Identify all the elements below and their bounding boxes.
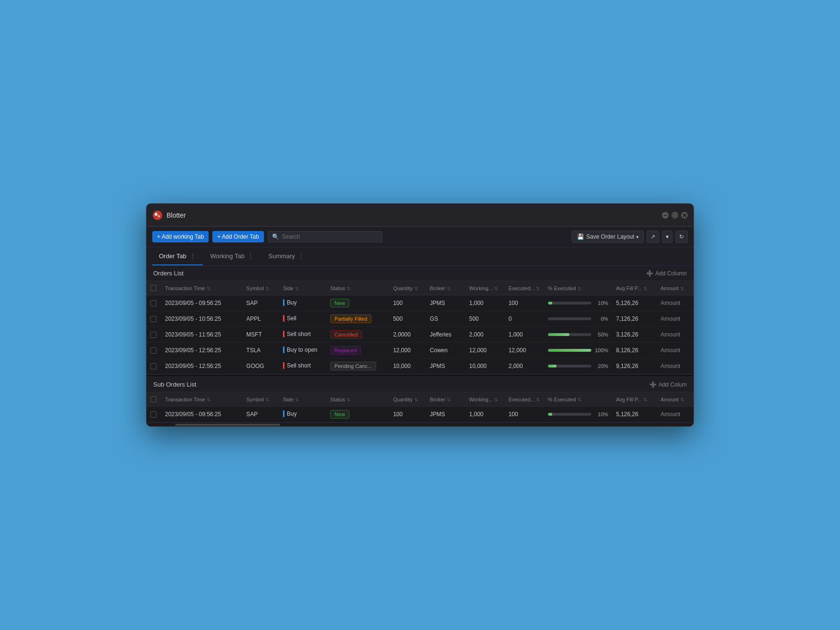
row-broker: JPMS: [426, 358, 465, 374]
tab-order-tab[interactable]: Order Tab ⋮: [152, 247, 203, 265]
row-checkbox-3[interactable]: [150, 347, 157, 354]
sub-sort-amount-icon: ⇅: [680, 397, 684, 402]
side-bar-icon: [283, 410, 284, 417]
sort-broker-icon: ⇅: [447, 286, 451, 291]
sub-col-executed[interactable]: Executed...⇅: [504, 392, 544, 407]
progress-bar-fill: [548, 333, 569, 336]
progress-wrap: 0%: [548, 316, 609, 322]
col-working[interactable]: Working...⇅: [465, 281, 504, 295]
row-pct: 20%: [544, 358, 612, 374]
table-row[interactable]: 2023/09/05 - 10:56:25 APPL Sell Partiall…: [147, 311, 693, 327]
minimize-button[interactable]: −: [662, 212, 669, 219]
col-pct[interactable]: % Executed⇅: [544, 281, 612, 295]
row-status: Partially Filled: [326, 311, 389, 327]
tabs-bar: Order Tab ⋮ Working Tab ⋮ Summary ⋮: [147, 247, 693, 266]
row-broker: Jefferies: [426, 327, 465, 343]
sort-pct-icon: ⇅: [578, 286, 581, 291]
status-badge: Pending Canc...: [330, 362, 376, 370]
row-tx-time: 2023/09/05 - 12:56:25: [161, 343, 242, 358]
share-button[interactable]: ↗: [647, 231, 659, 243]
tab-summary[interactable]: Summary ⋮: [262, 247, 311, 265]
sub-select-all-checkbox[interactable]: [150, 396, 157, 402]
col-amount[interactable]: Amount⇅: [657, 281, 693, 295]
row-symbol: SAP: [242, 407, 279, 422]
sub-col-symbol[interactable]: Symbol⇅: [242, 392, 279, 407]
sub-col-tx-time[interactable]: Transaction Time⇅: [161, 392, 242, 407]
progress-bar-bg: [548, 302, 591, 304]
sub-col-working[interactable]: Working...⇅: [465, 392, 504, 407]
row-quantity: 100: [389, 295, 426, 311]
tab-summary-menu[interactable]: ⋮: [298, 252, 304, 260]
row-status: New: [326, 295, 389, 311]
progress-bar-fill: [548, 365, 556, 368]
progress-wrap: 100%: [548, 347, 609, 353]
row-avgfill: 7,126,26: [612, 311, 657, 327]
status-badge: New: [330, 410, 349, 419]
col-broker[interactable]: Broker⇅: [426, 281, 465, 295]
chevron-down-button[interactable]: ▾: [662, 231, 672, 243]
horizontal-scrollbar[interactable]: [147, 422, 693, 426]
tab-working-tab-menu[interactable]: ⋮: [247, 252, 254, 260]
tab-order-tab-menu[interactable]: ⋮: [189, 252, 196, 260]
row-checkbox-0[interactable]: [150, 411, 157, 418]
table-row[interactable]: 2023/09/05 - 11:56:25 MSFT Sell short Ca…: [147, 327, 693, 343]
save-layout-button[interactable]: 💾 Save Order Layout ▾: [572, 231, 644, 243]
orders-add-column-button[interactable]: ➕ Add Column: [646, 270, 687, 277]
sub-col-avgfill[interactable]: Avg Fill P...⇅: [612, 392, 657, 407]
scrollbar-thumb[interactable]: [175, 424, 280, 426]
row-broker: Cowen: [426, 343, 465, 358]
suborders-section: Sub Orders List ➕ Add Colum: [147, 377, 693, 422]
row-quantity: 2,0000: [389, 327, 426, 343]
refresh-button[interactable]: ↻: [675, 231, 688, 243]
row-check: [147, 358, 161, 374]
col-symbol[interactable]: Symbol⇅: [242, 281, 279, 295]
pct-text: 20%: [594, 363, 609, 369]
row-broker: JPMS: [426, 407, 465, 422]
row-checkbox-2[interactable]: [150, 332, 157, 338]
sub-col-broker[interactable]: Broker⇅: [426, 392, 465, 407]
sub-col-side[interactable]: Side⇅: [279, 392, 326, 407]
pct-text: 50%: [594, 332, 609, 337]
col-side[interactable]: Side⇅: [279, 281, 326, 295]
row-pct: 10%: [544, 295, 612, 311]
progress-bar-fill: [548, 349, 591, 352]
svg-point-1: [155, 213, 158, 216]
table-row[interactable]: 2023/09/05 - 12:56:25 TSLA Buy to open R…: [147, 343, 693, 358]
side-bar-icon: [283, 299, 284, 306]
table-row[interactable]: 2023/09/05 - 09:56:25 SAP Buy New 100 JP…: [147, 295, 693, 311]
col-executed[interactable]: Executed...⇅: [504, 281, 544, 295]
row-checkbox-0[interactable]: [150, 300, 157, 306]
suborders-add-column-button[interactable]: ➕ Add Colum: [650, 381, 687, 388]
close-button[interactable]: ✕: [681, 212, 688, 219]
sub-col-status[interactable]: Status⇅: [326, 392, 389, 407]
search-icon: 🔍: [272, 233, 279, 240]
row-tx-time: 2023/09/05 - 11:56:25: [161, 327, 242, 343]
side-indicator: Buy: [283, 410, 297, 417]
add-working-tab-button[interactable]: + Add working Tab: [152, 231, 209, 242]
row-checkbox-4[interactable]: [150, 363, 157, 369]
row-side: Buy: [279, 407, 326, 422]
col-quantity[interactable]: Quantity⇅: [389, 281, 426, 295]
row-executed: 0: [504, 311, 544, 327]
table-row[interactable]: 2023/09/05 - 12:56:25 GOOG Sell short Pe…: [147, 358, 693, 374]
sub-col-amount[interactable]: Amount⇅: [657, 392, 693, 407]
col-tx-time[interactable]: Transaction Time⇅: [161, 281, 242, 295]
row-side: Buy to open: [279, 343, 326, 358]
suborders-table-header: Transaction Time⇅ Symbol⇅ Side⇅ Status⇅ …: [147, 392, 693, 407]
tab-working-tab[interactable]: Working Tab ⋮: [204, 247, 261, 265]
select-all-checkbox[interactable]: [150, 285, 157, 291]
orders-table: Transaction Time⇅ Symbol⇅ Side⇅ Status⇅ …: [147, 281, 693, 374]
row-checkbox-1[interactable]: [150, 316, 157, 322]
add-order-tab-button[interactable]: + Add Order Tab: [212, 231, 264, 242]
maximize-button[interactable]: □: [672, 212, 678, 219]
search-input[interactable]: [282, 233, 378, 240]
sub-col-quantity[interactable]: Quantity⇅: [389, 392, 426, 407]
sub-col-pct[interactable]: % Executed⇅: [544, 392, 612, 407]
row-check: [147, 343, 161, 358]
col-avgfill[interactable]: Avg Fill P...⇅: [612, 281, 657, 295]
row-side: Sell short: [279, 327, 326, 343]
table-row[interactable]: 2023/09/05 - 09:56:25 SAP Buy New 100 JP…: [147, 407, 693, 422]
col-status[interactable]: Status⇅: [326, 281, 389, 295]
sub-sort-executed-icon: ⇅: [536, 397, 540, 402]
row-quantity: 12,000: [389, 343, 426, 358]
